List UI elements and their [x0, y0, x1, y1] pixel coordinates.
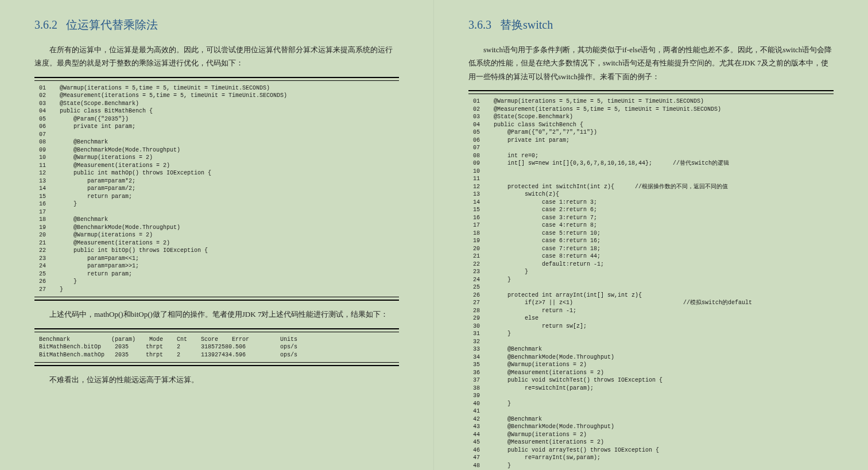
code-right-1: 01 @Warmup(iterations = 5,time = 5, time…: [473, 98, 829, 470]
para-left-2: 上述代码中，mathOp()和bitOp()做了相同的操作。笔者使用JDK 7对…: [34, 308, 399, 321]
para-left-3: 不难看出，位运算的性能远远高于算术运算。: [34, 373, 399, 386]
page-right: 3.6.3 替换switch switch语句用于多条件判断，其功能类似于if-…: [434, 0, 868, 470]
results-block: Benchmark (param) Mode Cnt Score Error U…: [34, 328, 399, 367]
section-number: 3.6.3: [468, 18, 491, 31]
page-left: 3.6.2 位运算代替乘除法 在所有的运算中，位运算是最为高效的。因此，可以尝试…: [0, 0, 434, 470]
para-right-1: switch语句用于多条件判断，其功能类似于if-else语句，两者的性能也差不…: [468, 43, 834, 83]
section-heading-right: 3.6.3 替换switch: [468, 17, 834, 33]
code-left-1: 01 @Warmup(iterations = 5,time = 5, time…: [39, 84, 394, 294]
para-left-1: 在所有的运算中，位运算是最为高效的。因此，可以尝试使用位运算代替部分算术运算来提…: [34, 43, 399, 70]
section-title-text: 替换switch: [500, 18, 553, 31]
code-block-right-1: 01 @Warmup(iterations = 5,time = 5, time…: [468, 90, 834, 470]
section-title-text: 位运算代替乘除法: [66, 18, 158, 31]
section-heading-left: 3.6.2 位运算代替乘除法: [34, 17, 399, 33]
code-block-left-1: 01 @Warmup(iterations = 5,time = 5, time…: [34, 77, 399, 301]
section-number: 3.6.2: [34, 18, 57, 31]
results-left: Benchmark (param) Mode Cnt Score Error U…: [39, 336, 394, 359]
